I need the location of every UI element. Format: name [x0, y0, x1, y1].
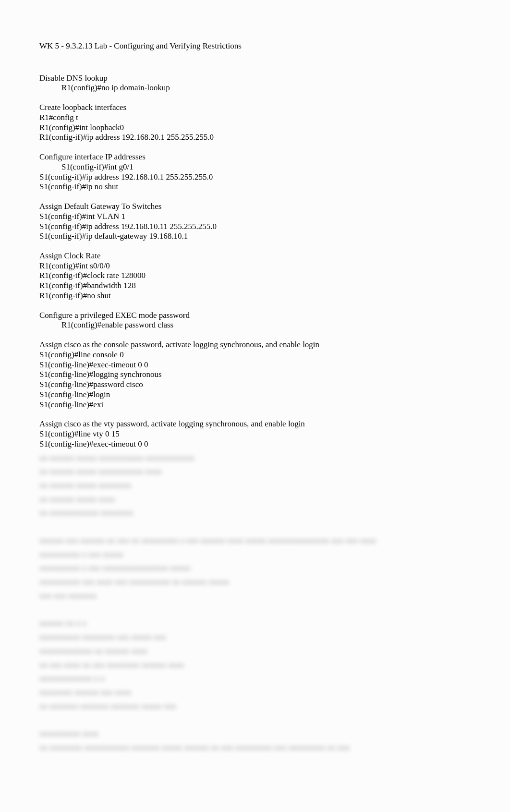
section-heading: Assign Clock Rate: [39, 251, 471, 261]
section: Assign cisco as the console password, ac…: [39, 340, 471, 410]
obscured-line: xxxxxxxxxx x xxx xxxxxxxxxxxxxxxx xxxxx: [39, 563, 471, 573]
section-heading: Disable DNS lookup: [39, 73, 471, 84]
obscured-line: xxxxxxxxxx x xxx xxxxx: [39, 550, 471, 560]
obscured-line: xx xxxxxx xxxxx xxxxxxxx: [39, 481, 471, 491]
code-line: S1(config-if)#ip address 192.168.10.11 2…: [39, 222, 471, 232]
section: Configure a privileged EXEC mode passwor…: [39, 311, 471, 330]
obscured-content: xx xxxxxx xxxxx xxxxxxxxxxx xxxxxxxxxxxx…: [39, 449, 471, 761]
code-line: R1(config)#int loopback0: [39, 123, 471, 133]
code-line: S1(config-line)#logging synchronous: [39, 370, 471, 380]
obscured-line: xx xxxxxxxxxxxx xxxxxxxx: [39, 508, 471, 518]
obscured-line: xxx xxx xxxxxxx: [39, 591, 471, 601]
code-line: S1(config-if)#ip address 192.168.10.1 25…: [39, 172, 471, 182]
code-line: S1(config-if)#int g0/1: [39, 162, 471, 172]
obscured-line: xx xxxxxx xxxxx xxxxxxxxxxx xxxx: [39, 467, 471, 477]
obscured-line: xxxxxxxxxxxxx x x: [39, 674, 471, 684]
code-line: S1(config-if)#ip default-gateway 19.168.…: [39, 231, 471, 242]
document-page: WK 5 - 9.3.2.13 Lab - Configuring and Ve…: [0, 0, 510, 780]
obscured-line: xxxxxx xxx xxxxxx xx xxx xx xxxxxxxxx x …: [39, 536, 471, 546]
document-body: Disable DNS lookupR1(config)#no ip domai…: [39, 73, 471, 449]
obscured-line: xx xxxxxx xxxxx xxxxxxxxxxx xxxxxxxxxxxx: [39, 453, 471, 463]
obscured-line: xx xxxxxxxx xxxxxxxxxxx xxxxxxx xxxxx xx…: [39, 743, 471, 753]
obscured-line: xxxxxxxxxx xxxx: [39, 729, 471, 739]
section-heading: Assign Default Gateway To Switches: [39, 202, 471, 212]
code-line: R1(config-if)#clock rate 128000: [39, 271, 471, 281]
code-line: S1(config-if)#int VLAN 1: [39, 212, 471, 222]
section-heading: Configure a privileged EXEC mode passwor…: [39, 311, 471, 321]
section-heading: Assign cisco as the console password, ac…: [39, 340, 471, 350]
section: Disable DNS lookupR1(config)#no ip domai…: [39, 73, 471, 93]
obscured-line: xx xxxxxx xxxxx xxxx: [39, 495, 471, 505]
code-line: S1(config-line)#password cisco: [39, 380, 471, 390]
code-line: R1(config)#enable password class: [39, 320, 471, 330]
code-line: S1(config)#line vty 0 15: [39, 429, 471, 439]
section: Assign Clock RateR1(config)#int s0/0/0R1…: [39, 251, 471, 301]
document-title: WK 5 - 9.3.2.13 Lab - Configuring and Ve…: [39, 41, 471, 51]
section: Assign Default Gateway To SwitchesS1(con…: [39, 202, 471, 242]
code-line: S1(config-if)#ip no shut: [39, 182, 471, 192]
code-line: R1#config t: [39, 113, 471, 123]
code-line: S1(config-line)#login: [39, 390, 471, 400]
obscured-line: xxxxxxxxxx xxxxxxxx xxx xxxxx xxx: [39, 632, 471, 642]
code-line: S1(config)#line console 0: [39, 350, 471, 360]
code-line: R1(config-if)#bandwidth 128: [39, 281, 471, 291]
obscured-line: xx xxxxxxx xxxxxxx xxxxxxx xxxxx xxx: [39, 702, 471, 712]
obscured-line: xxxxxx xx x x: [39, 618, 471, 629]
obscured-line: xxxxxxxxxx xxx xxxx xxx xxxxxxxxxx xx xx…: [39, 577, 471, 587]
section-heading: Assign cisco as the vty password, activa…: [39, 419, 471, 429]
obscured-line: xxxxxxxxxxxxx xx xxxxxx xxxx: [39, 646, 471, 656]
section: Create loopback interfacesR1#config tR1(…: [39, 103, 471, 143]
code-line: R1(config)#no ip domain-lookup: [39, 83, 471, 93]
obscured-line: xxxxxxxx xxxxxx xxx xxxx: [39, 688, 471, 698]
section: Configure interface IP addressesS1(confi…: [39, 152, 471, 192]
section-heading: Create loopback interfaces: [39, 103, 471, 113]
code-line: S1(config-line)#exec-timeout 0 0: [39, 439, 471, 449]
obscured-line: xx xxx xxxx xx xxx xxxxxxxx xxxxxx xxxx: [39, 660, 471, 670]
code-line: S1(config-line)#exi: [39, 400, 471, 410]
section: Assign cisco as the vty password, activa…: [39, 419, 471, 449]
code-line: S1(config-line)#exec-timeout 0 0: [39, 360, 471, 370]
code-line: R1(config)#int s0/0/0: [39, 261, 471, 271]
code-line: R1(config-if)#ip address 192.168.20.1 25…: [39, 133, 471, 143]
obscured-line: [39, 522, 471, 532]
section-heading: Configure interface IP addresses: [39, 152, 471, 162]
code-line: R1(config-if)#no shut: [39, 291, 471, 301]
obscured-line: [39, 605, 471, 615]
obscured-line: [39, 715, 471, 725]
